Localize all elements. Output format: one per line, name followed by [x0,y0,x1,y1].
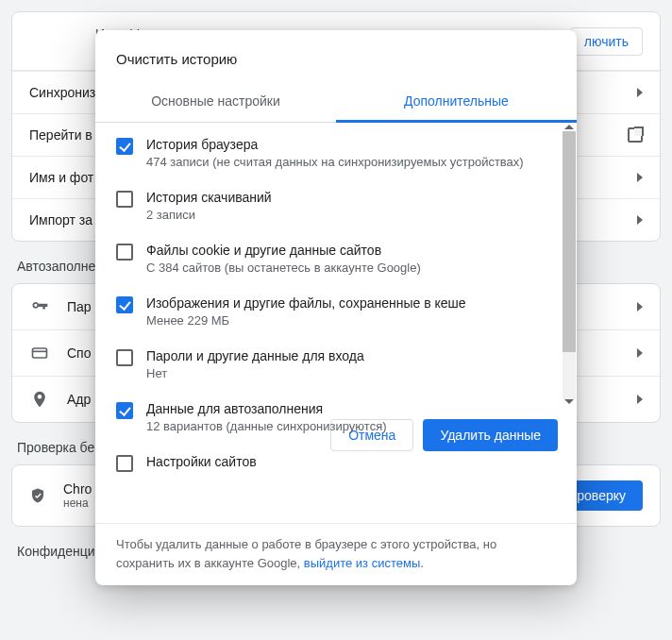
modal-overlay: Очистить историю Основные настройки Допо… [0,0,672,640]
option-title: Пароли и другие данные для входа [146,348,364,363]
dialog-footer: Чтобы удалить данные о работе в браузере… [95,535,577,572]
option-subtitle: Нет [146,366,364,380]
clear-data-option: Файлы cookie и другие данные сайтовС 384… [112,232,558,285]
checkbox[interactable] [116,402,133,419]
clear-data-option: Изображения и другие файлы, сохраненные … [112,285,558,338]
option-title: История скачиваний [146,190,272,205]
options-scroll-area: История браузера474 записи (не считая да… [95,123,577,406]
option-title: Настройки сайтов [146,454,257,469]
tab-basic[interactable]: Основные настройки [95,82,336,122]
clear-data-option: Данные для автозаполнения12 вариантов (д… [112,391,558,444]
clear-data-option: Пароли и другие данные для входаНет [112,338,558,391]
checkbox[interactable] [116,244,133,261]
option-subtitle: С 384 сайтов (вы останетесь в аккаунте G… [146,261,421,275]
divider [95,523,577,524]
dialog-title: Очистить историю [95,30,577,82]
option-title: История браузера [146,137,524,152]
checkbox[interactable] [116,138,133,155]
scroll-track[interactable] [563,131,576,399]
option-title: Изображения и другие файлы, сохраненные … [146,295,466,311]
clear-data-option: История скачиваний2 записи [112,179,558,232]
scroll-thumb[interactable] [563,131,576,352]
option-subtitle: 12 вариантов (данные синхронизируются) [146,419,387,433]
footer-text-b: . [420,556,424,570]
scrollbar[interactable] [562,123,577,406]
checkbox[interactable] [116,349,133,366]
checkbox[interactable] [116,296,133,313]
clear-data-option: Настройки сайтов [112,444,558,482]
option-title: Данные для автозаполнения [146,401,387,416]
option-subtitle: 474 записи (не считая данных на синхрони… [146,155,524,169]
option-title: Файлы cookie и другие данные сайтов [146,243,421,258]
scroll-down-icon[interactable] [564,399,574,404]
checkbox[interactable] [116,455,133,472]
scroll-up-icon[interactable] [564,125,574,129]
checkbox[interactable] [116,191,133,208]
option-subtitle: Менее 229 МБ [146,313,466,328]
clear-data-option: История браузера474 записи (не считая да… [112,126,558,179]
clear-browsing-data-dialog: Очистить историю Основные настройки Допо… [95,30,577,585]
tab-advanced[interactable]: Дополнительные [336,82,577,122]
sign-out-link[interactable]: выйдите из системы [304,556,420,570]
option-subtitle: 2 записи [146,208,272,222]
dialog-tabs: Основные настройки Дополнительные [95,82,577,123]
